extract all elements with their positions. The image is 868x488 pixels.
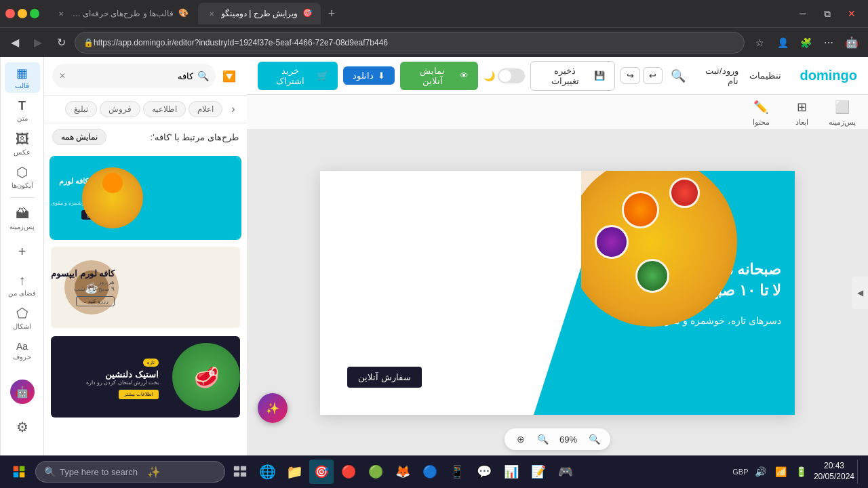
new-tab-button[interactable]: +	[322, 4, 341, 23]
start-button[interactable]	[5, 458, 33, 485]
taskbar-app-8[interactable]: 📊	[499, 460, 524, 484]
category-tabs: ‹ اعلام اطلاعیه فروش تبلیغ	[44, 96, 247, 123]
tray-network[interactable]: 📶	[772, 462, 791, 481]
taskbar-app-5[interactable]: 🔵	[418, 460, 442, 484]
taskbar-app-1[interactable]: 🎯	[309, 460, 334, 484]
address-text: https://app.domingo.ir/editor?industryId…	[94, 38, 388, 47]
strip-item-ai[interactable]: 🤖	[5, 374, 40, 409]
svg-rect-6	[234, 472, 239, 476]
search-input[interactable]	[70, 71, 193, 81]
browser-tab-2[interactable]: 🎯 ویرایش طرح | دومینگو ✕	[198, 3, 321, 24]
minimize-window-icon[interactable]: ─	[792, 3, 814, 24]
strip-item-add[interactable]: +	[5, 237, 40, 267]
refresh-button[interactable]: ↻	[52, 33, 71, 52]
strip-item-text[interactable]: T متن	[5, 96, 40, 126]
template-card-3[interactable]: 🥩 تازه استیک دلنشین بخت ارزش امتحان کردن…	[50, 335, 241, 419]
strip-item-typography[interactable]: Aa حروف	[5, 336, 40, 366]
download-label: دانلود	[353, 70, 374, 81]
taskbar-clock[interactable]: 20:43 20/05/2024	[814, 461, 854, 482]
taskbar-app-9[interactable]: 📝	[526, 460, 551, 484]
app-logo[interactable]: domingo	[800, 68, 857, 83]
show-desktop-button[interactable]	[857, 460, 863, 484]
show-all-button[interactable]: نمایش همه	[52, 129, 106, 145]
cat-tab-news[interactable]: اعلام	[189, 101, 222, 117]
back-button[interactable]: ◀	[5, 33, 24, 52]
template-card-1[interactable]: صبحانه در کافه لورملا تا ۱۰ صبح دسرهای ت…	[50, 156, 241, 240]
cat-nav-prev[interactable]: ‹	[225, 101, 241, 117]
taskbar-app-3[interactable]: 🟢	[363, 460, 388, 484]
maximize-button[interactable]	[30, 9, 39, 18]
tool-background[interactable]: ⬜ پس‌زمینه	[827, 98, 857, 127]
header-search-icon[interactable]: 🔍	[671, 68, 686, 83]
address-input[interactable]: 🔒 https://app.domingo.ir/editor?industry…	[75, 32, 745, 54]
canvas-frame[interactable]: صبحانه در کافه لورم لا تا ۱۰ صبح دسرهای …	[320, 171, 795, 415]
strip-item-image[interactable]: 🖼 عکس	[5, 128, 40, 159]
buy-subscription-button[interactable]: 🛒 خرید اشتراک	[258, 62, 338, 90]
ai-button[interactable]: ✨	[258, 393, 288, 423]
extensions-icon[interactable]: 🧩	[795, 32, 816, 54]
cat-tab-ad[interactable]: تبلیغ	[65, 101, 97, 117]
nav-settings[interactable]: تنظیمات	[749, 70, 781, 81]
tab-close-1[interactable]: ✕	[56, 8, 66, 19]
taskbar-app-2[interactable]: 🔴	[336, 460, 361, 484]
tray-language[interactable]: GBP	[731, 462, 750, 481]
tpl1-tart	[102, 173, 123, 193]
filter-icon[interactable]: 🔽	[220, 66, 239, 85]
nav-login[interactable]: ورود/ثبت نام	[694, 66, 738, 86]
strip-item-icons[interactable]: ⬡ آیکون‌ها	[5, 161, 40, 192]
profile-icon[interactable]: 👤	[772, 32, 793, 54]
template-card-2[interactable]: ☕ کافه لورم ایپسوم هر روز۹ صبح تا ۹ شب ر…	[50, 245, 241, 329]
tpl3-subtitle: بخت ارزش امتحان کردن رو داره	[58, 380, 159, 386]
download-button[interactable]: ⬇ دانلود	[343, 66, 395, 85]
content-icon: ✏️	[751, 98, 770, 117]
tray-battery[interactable]: 🔋	[792, 462, 811, 481]
expand-button[interactable]: ◀	[852, 277, 868, 309]
taskbar-explorer-icon[interactable]: 📁	[282, 460, 307, 484]
close-window-icon[interactable]: ✕	[841, 3, 863, 24]
redo-button[interactable]: ↪	[620, 67, 640, 84]
search-box[interactable]: 🔍 ✕	[52, 64, 216, 88]
svg-rect-7	[241, 472, 246, 476]
preview-icon: 👁	[460, 70, 469, 81]
taskbar-app-4[interactable]: 🦊	[391, 460, 415, 484]
strip-item-upload[interactable]: ↑ فضای من	[5, 270, 40, 300]
shapes-strip-icon: ⬠	[16, 305, 28, 321]
toggle-icon: 🌙	[484, 70, 495, 81]
copilot-icon[interactable]: 🤖	[841, 32, 863, 54]
strip-item-settings[interactable]: ⚙	[5, 409, 40, 445]
taskbar-app-7[interactable]: 💬	[472, 460, 496, 484]
cat-tab-sale[interactable]: فروش	[100, 101, 140, 117]
taskbar-task-view[interactable]	[228, 460, 252, 484]
tool-dimensions[interactable]: ⊞ ابعاد	[787, 98, 816, 127]
app7-taskbar-icon: 💬	[477, 464, 492, 479]
save-button[interactable]: 💾 ذخیره تغییرات	[530, 61, 615, 91]
minimize-button[interactable]	[18, 9, 27, 18]
zoom-fit-button[interactable]: ⊕	[513, 431, 529, 447]
cat-tab-info[interactable]: اطلاعیه	[143, 101, 186, 117]
food-tart-1	[622, 191, 659, 228]
restore-window-icon[interactable]: ⧉	[816, 3, 838, 24]
browser-tab-1[interactable]: 🎨 قالب‌ها و طرح‌های حرفه‌ای و رایگان ✕	[47, 3, 197, 24]
app4-taskbar-icon: 🦊	[395, 464, 410, 479]
zoom-in-button[interactable]: 🔍	[534, 431, 551, 447]
tray-volume[interactable]: 🔊	[751, 462, 770, 481]
taskbar-edge-icon[interactable]: 🌐	[255, 460, 279, 484]
theme-toggle[interactable]	[498, 68, 525, 83]
tab-close-2[interactable]: ✕	[206, 8, 217, 19]
taskbar-app-6[interactable]: 📱	[445, 460, 469, 484]
favorites-icon[interactable]: ☆	[749, 32, 770, 54]
online-preview-button[interactable]: 👁 نمایش آنلاین	[400, 62, 477, 90]
strip-item-shapes[interactable]: ⬠ اشکال	[5, 302, 40, 333]
clear-search-icon[interactable]: ✕	[59, 71, 66, 81]
forward-button[interactable]: ▶	[28, 33, 47, 52]
taskbar-app-10[interactable]: 🎮	[553, 460, 578, 484]
strip-item-background[interactable]: 🏔 پس‌زمینه	[5, 203, 40, 234]
undo-button[interactable]: ↩	[643, 67, 663, 84]
zoom-out-button[interactable]: 🔍	[586, 431, 602, 447]
strip-item-template[interactable]: ▦ قالب	[5, 62, 40, 93]
close-button[interactable]	[5, 9, 15, 18]
browser-settings-icon[interactable]: ⋯	[818, 32, 840, 54]
order-button[interactable]: سفارش آنلاین	[347, 367, 422, 388]
tool-content[interactable]: ✏️ محتوا	[746, 98, 776, 127]
taskbar-search[interactable]: 🔍 Type here to search ✨	[35, 461, 225, 483]
